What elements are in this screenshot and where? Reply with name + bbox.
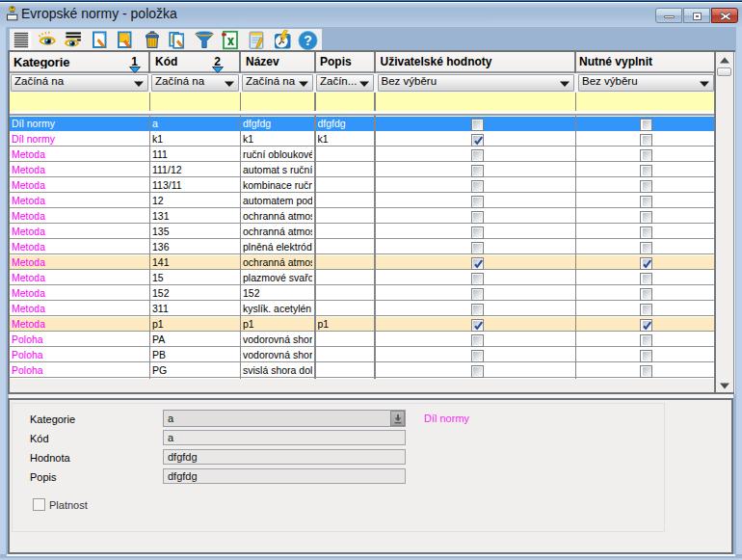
svg-text:?: ? <box>304 33 312 48</box>
